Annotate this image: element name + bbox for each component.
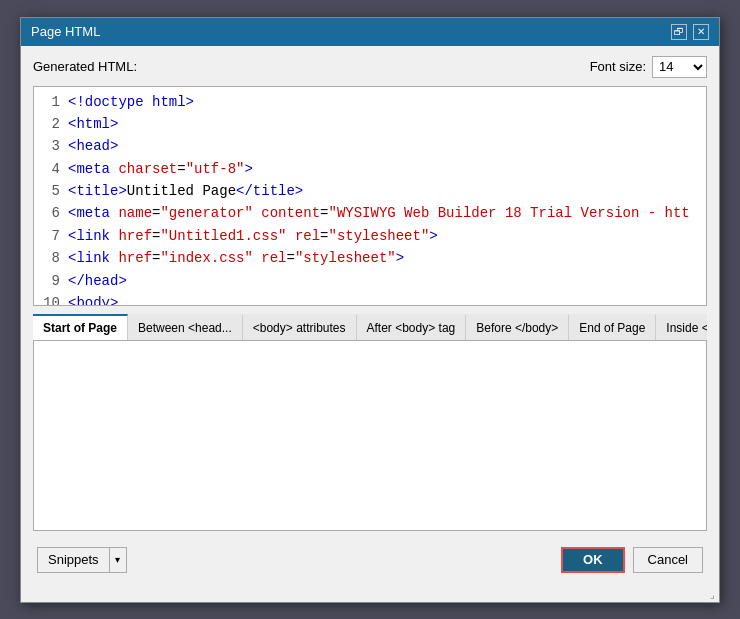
restore-button[interactable]: 🗗 — [671, 24, 687, 40]
tab-start-of-page[interactable]: Start of Page — [33, 314, 128, 340]
action-buttons: OK Cancel — [561, 547, 703, 573]
code-line: 3 <head> — [34, 135, 706, 157]
page-html-dialog: Page HTML 🗗 ✕ Generated HTML: Font size:… — [20, 17, 720, 603]
code-line: 4 <meta charset="utf-8"> — [34, 158, 706, 180]
snippets-btn-group: Snippets ▾ — [37, 547, 127, 573]
close-button[interactable]: ✕ — [693, 24, 709, 40]
tab-before-body-close[interactable]: Before </body> — [466, 314, 569, 340]
tab-after-body-tag[interactable]: After <body> tag — [357, 314, 467, 340]
tab-inside-html-tag[interactable]: Inside <html> tag — [656, 314, 707, 340]
dialog-body: Generated HTML: Font size: 14 10 12 16 1… — [21, 46, 719, 587]
ok-button[interactable]: OK — [561, 547, 625, 573]
code-line: 7 <link href="Untitled1.css" rel="styles… — [34, 225, 706, 247]
code-line: 6 <meta name="generator" content="WYSIWY… — [34, 202, 706, 224]
cancel-button[interactable]: Cancel — [633, 547, 703, 573]
snippets-dropdown-icon[interactable]: ▾ — [109, 547, 127, 573]
title-bar: Page HTML 🗗 ✕ — [21, 18, 719, 46]
bottom-bar: Snippets ▾ OK Cancel — [33, 539, 707, 577]
top-bar: Generated HTML: Font size: 14 10 12 16 1… — [33, 56, 707, 78]
resize-handle[interactable]: ⌟ — [21, 587, 719, 602]
font-size-select[interactable]: 14 10 12 16 18 — [652, 56, 707, 78]
code-line: 10 <body> — [34, 292, 706, 305]
code-line: 2 <html> — [34, 113, 706, 135]
font-size-area: Font size: 14 10 12 16 18 — [590, 56, 707, 78]
tab-bar: Start of Page Between <head... <body> at… — [33, 314, 707, 341]
code-line: 9 </head> — [34, 270, 706, 292]
dialog-title: Page HTML — [31, 24, 100, 39]
tab-content-area[interactable] — [33, 341, 707, 531]
tab-end-of-page[interactable]: End of Page — [569, 314, 656, 340]
tab-section: Start of Page Between <head... <body> at… — [33, 314, 707, 531]
title-bar-controls: 🗗 ✕ — [671, 24, 709, 40]
tab-body-attributes[interactable]: <body> attributes — [243, 314, 357, 340]
code-line: 8 <link href="index.css" rel="stylesheet… — [34, 247, 706, 269]
font-size-label: Font size: — [590, 59, 646, 74]
code-area[interactable]: 1 <!doctype html> 2 <html> 3 <head> 4 <m… — [33, 86, 707, 306]
tab-between-head[interactable]: Between <head... — [128, 314, 243, 340]
snippets-button[interactable]: Snippets — [37, 547, 109, 573]
code-line: 1 <!doctype html> — [34, 91, 706, 113]
generated-html-label: Generated HTML: — [33, 59, 137, 74]
code-line: 5 <title>Untitled Page</title> — [34, 180, 706, 202]
